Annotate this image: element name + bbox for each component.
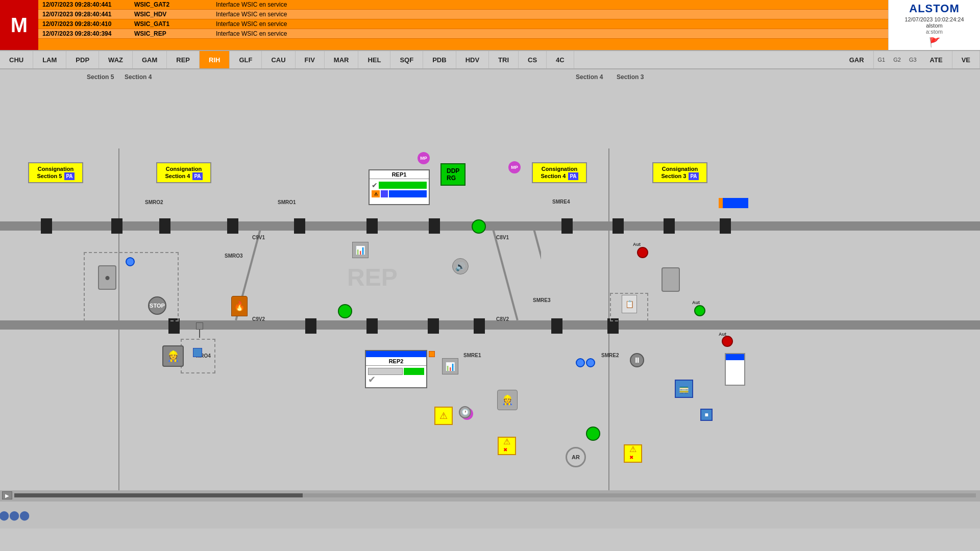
section4b-label: Section 4	[576, 73, 603, 81]
rep2-row	[368, 368, 424, 375]
nav-item-sqf[interactable]: SQF	[390, 51, 423, 68]
signal-green-2[interactable]	[338, 304, 352, 318]
rep1-box[interactable]: REP1 ✔ ⚠	[369, 169, 430, 205]
rep1-check-icon: ✔	[372, 181, 378, 189]
alert-device-2: WSIC_HDV	[134, 11, 216, 18]
scroll-track[interactable]	[14, 493, 976, 497]
smre3-label: SMRE3	[533, 297, 550, 303]
track-marker-8	[561, 218, 573, 234]
track-marker-3	[159, 218, 170, 234]
gauge-icon-1[interactable]: 📊	[352, 242, 369, 258]
scrollbar-area: ▶	[0, 490, 980, 500]
rep1-warning-small: ⚠	[372, 190, 380, 197]
rep1-title: REP1	[370, 170, 429, 179]
alert-timestamp-4: 12/07/2023 09:28:40:394	[42, 30, 134, 37]
rep1-blue-sq	[381, 190, 388, 197]
nav-item-ve[interactable]: VE	[952, 51, 980, 68]
nav-item-hdv[interactable]: HDV	[456, 51, 489, 68]
ddp-rg-button[interactable]: DDP RG	[440, 163, 465, 186]
smre2-label: SMRE2	[601, 353, 619, 358]
nav-item-gar[interactable]: GAR	[840, 51, 874, 68]
alert-row: 12/07/2023 09:28:40:394 WSIC_REP Interfa…	[38, 29, 888, 39]
consignation-section4b[interactable]: ConsignationSection 4 PA	[532, 162, 587, 183]
nav-item-4c[interactable]: 4C	[547, 51, 574, 68]
worker-icon[interactable]: 👷	[162, 345, 184, 367]
scroll-thumb[interactable]	[14, 493, 303, 497]
cons4b-pa: PA	[568, 172, 578, 180]
alert-row: 12/07/2023 09:28:40:441 WSIC_HDV Interfa…	[38, 10, 888, 19]
nav-item-ate[interactable]: ATE	[921, 51, 952, 68]
nav-item-cs[interactable]: CS	[519, 51, 547, 68]
flag-icon[interactable]: 🚩	[929, 37, 940, 48]
nav-item-tri[interactable]: TRI	[489, 51, 519, 68]
section3-label: Section 3	[617, 73, 644, 81]
circle-blue-2	[576, 358, 585, 367]
c9v2-label: C9V2	[252, 316, 265, 322]
rep2-box[interactable]: REP2 ✔	[365, 350, 427, 388]
main-canvas: REP Section 5 Section 4 Section 4 Sectio…	[0, 69, 980, 529]
nav-g3[interactable]: G3	[905, 57, 921, 63]
pause-circle[interactable]: ⏸	[630, 353, 644, 367]
alstom-date: 12/07/2023 10:02:24:24	[904, 16, 964, 22]
rep1-bottom-row: ⚠	[372, 190, 427, 197]
c8v2-label: C8V2	[496, 316, 509, 322]
alstom-area: ALSTOM 12/07/2023 10:02:24:24 alstom a:s…	[888, 0, 980, 50]
alstom-icons: 🚩	[929, 37, 940, 48]
nav-item-glf[interactable]: GLF	[230, 51, 262, 68]
nav-item-chu[interactable]: CHU	[0, 51, 33, 68]
nav-item-cau[interactable]: CAU	[262, 51, 295, 68]
aut-label-1: Aut	[633, 242, 641, 247]
clock-icon[interactable]: 🕐	[459, 406, 471, 418]
signal-green-3[interactable]	[586, 427, 600, 441]
track-marker-11	[720, 218, 731, 234]
section4a-label: Section 4	[125, 73, 152, 81]
alert-row: 12/07/2023 09:28:40:410 WSIC_GAT1 Interf…	[38, 19, 888, 29]
nav-item-gam[interactable]: GAM	[133, 51, 167, 68]
c8v1-label: C8V1	[496, 235, 509, 240]
play-button[interactable]: ▶	[2, 491, 12, 499]
rep1-green-bar	[379, 182, 427, 189]
device-box-1[interactable]: 🚃	[675, 380, 693, 398]
nav-g1[interactable]: G1	[874, 57, 890, 63]
nav-item-rep[interactable]: REP	[167, 51, 200, 68]
nav-item-pdb[interactable]: PDB	[423, 51, 456, 68]
alert-message-3: Interface WSIC en service	[216, 20, 884, 28]
flame-icon[interactable]: 🔥	[231, 296, 248, 316]
signal-green-4[interactable]	[694, 305, 705, 316]
nav-item-rih[interactable]: RIH	[200, 51, 230, 68]
rep2-green-bar	[404, 368, 424, 375]
gauge-icon-2[interactable]: 📊	[442, 358, 458, 374]
aut-label-2: Aut	[692, 300, 700, 305]
nav-g2[interactable]: G2	[889, 57, 905, 63]
navbar: CHU LAM PDP WAZ GAM REP RIH GLF CAU FIV …	[0, 50, 980, 69]
device-box-2[interactable]: ■	[700, 409, 713, 421]
consignation-section4a[interactable]: ConsignationSection 4 PA	[156, 162, 211, 183]
smre1-label: SMRE1	[463, 353, 481, 358]
consignation-section5[interactable]: ConsignationSection 5 PA	[28, 162, 83, 183]
document-icon[interactable]: 📋	[622, 295, 637, 313]
nav-item-hel[interactable]: HEL	[358, 51, 390, 68]
dots-icon[interactable]: ⬤ ⬤ ⬤	[4, 505, 24, 525]
engineer-icon[interactable]: 👷	[497, 390, 518, 410]
c9v1-label: C9V1	[252, 235, 265, 240]
nav-item-mar[interactable]: MAR	[325, 51, 359, 68]
rep-background-label: REP	[347, 263, 398, 291]
alert-device-1: WSIC_GAT2	[134, 1, 216, 8]
smro3-label: SMRO3	[225, 253, 243, 259]
nav-item-waz[interactable]: WAZ	[99, 51, 133, 68]
consignation-section3[interactable]: ConsignationSection 3 PA	[652, 162, 707, 183]
warning-icon-1[interactable]: ⚠	[434, 407, 453, 425]
speaker-icon[interactable]: 🔊	[452, 258, 469, 274]
nav-item-lam[interactable]: LAM	[33, 51, 66, 68]
signal-red-2[interactable]	[722, 336, 733, 347]
nav-item-pdp[interactable]: PDP	[66, 51, 99, 68]
warning-icon-2[interactable]: ⚠✖	[498, 437, 516, 455]
track-marker-9	[612, 218, 624, 234]
signal-red-1[interactable]	[637, 247, 648, 258]
nav-item-fiv[interactable]: FIV	[296, 51, 325, 68]
signal-green-1[interactable]	[472, 219, 486, 234]
ar-marker[interactable]: AR	[566, 447, 586, 467]
rep2-orange-marker	[429, 351, 435, 357]
warning-icon-3[interactable]: ⚠✖	[624, 444, 642, 463]
mp-marker-2: MP	[508, 161, 521, 173]
